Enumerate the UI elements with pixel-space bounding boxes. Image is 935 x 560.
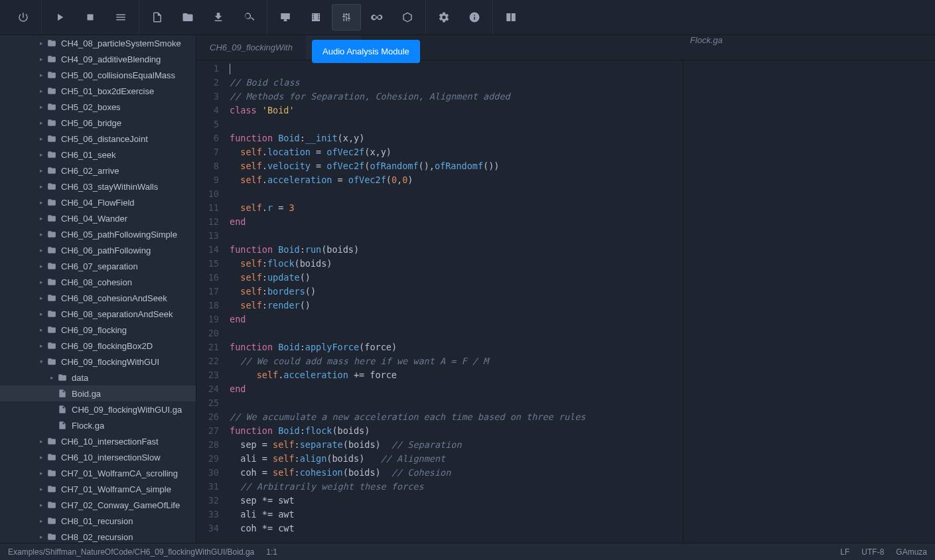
tree-item[interactable]: ▸CH6_08_separationAndSeek xyxy=(0,306,196,322)
folder-icon xyxy=(46,197,57,208)
chevron-icon: ▸ xyxy=(37,40,45,46)
tree-label: Boid.ga xyxy=(72,389,101,399)
folder-icon xyxy=(182,11,194,23)
folder-icon xyxy=(46,324,57,335)
folder-icon xyxy=(46,436,57,447)
status-bar: Examples/Shiffman_NatureOfCode/CH6_09_fl… xyxy=(0,543,935,560)
folder-icon xyxy=(46,86,57,96)
tree-item[interactable]: ▸CH5_06_bridge xyxy=(0,115,196,131)
power-button[interactable] xyxy=(9,4,38,31)
tree-label: CH6_09_flockingWithGUI xyxy=(61,357,159,367)
tree-item[interactable]: ▸CH6_07_separation xyxy=(0,258,196,274)
tree-item[interactable]: ▸data xyxy=(0,370,196,385)
tree-item[interactable]: CH6_09_flockingWithGUI.ga xyxy=(0,401,196,417)
cube-button[interactable] xyxy=(393,4,422,31)
download-icon xyxy=(212,11,224,23)
tree-item[interactable]: ▸CH7_01_WolframCA_simple xyxy=(0,481,196,497)
tree-label: CH5_02_boxes xyxy=(61,102,121,112)
tree-item[interactable]: ▸CH4_09_additiveBlending xyxy=(0,51,196,67)
open-folder-button[interactable] xyxy=(173,4,202,31)
tree-label: CH8_02_recursion xyxy=(61,532,133,542)
tree-item[interactable]: ▾CH6_09_flockingWithGUI xyxy=(0,354,196,370)
editor-area: CH6_09_flockingWith Boid.ga Flock.ga 123… xyxy=(196,35,935,543)
tree-item[interactable]: ▸CH5_06_distanceJoint xyxy=(0,131,196,147)
tree-label: CH6_07_separation xyxy=(61,261,138,271)
code-editor[interactable]: 1234567891011121314151617181920212223242… xyxy=(196,60,935,543)
tree-item[interactable]: Boid.ga xyxy=(0,385,196,401)
tree-item[interactable]: ▸CH6_09_flocking xyxy=(0,322,196,338)
film-icon xyxy=(310,11,322,23)
tree-item[interactable]: ▸CH6_09_flockingBox2D xyxy=(0,338,196,354)
tree-label: CH6_10_intersectionSlow xyxy=(61,453,161,462)
folder-icon xyxy=(46,356,57,367)
download-button[interactable] xyxy=(204,4,233,31)
tree-label: CH6_09_flocking xyxy=(61,325,127,335)
folder-icon xyxy=(46,38,57,48)
tree-item[interactable]: ▸CH8_01_recursion xyxy=(0,513,196,529)
tree-item[interactable]: ▸CH6_10_intersectionSlow xyxy=(0,449,196,465)
tree-item[interactable]: ▸CH7_01_WolframCA_scrolling xyxy=(0,465,196,481)
tree-item[interactable]: ▸CH5_02_boxes xyxy=(0,99,196,115)
tree-label: CH6_09_flockingBox2D xyxy=(61,341,153,351)
tree-item[interactable]: ▸CH6_03_stayWithinWalls xyxy=(0,178,196,194)
tree-item[interactable]: ▸CH6_04_FlowField xyxy=(0,194,196,210)
tree-item[interactable]: ▸CH6_08_cohesion xyxy=(0,274,196,290)
tree-item[interactable]: ▸CH8_02_recursion xyxy=(0,529,196,543)
tree-item[interactable]: ▸CH6_01_seek xyxy=(0,147,196,163)
status-path: Examples/Shiffman_NatureOfCode/CH6_09_fl… xyxy=(8,547,254,557)
tree-item[interactable]: ▸CH6_10_intersectionFast xyxy=(0,433,196,449)
menu-icon xyxy=(115,11,127,23)
info-button[interactable] xyxy=(460,4,489,31)
infinity-button[interactable] xyxy=(362,4,392,31)
folder-icon xyxy=(46,54,57,64)
tree-item[interactable]: ▸CH7_02_Conway_GameOfLife xyxy=(0,497,196,513)
stop-button[interactable] xyxy=(76,4,105,31)
chevron-icon: ▸ xyxy=(37,279,45,285)
cube-icon xyxy=(401,11,413,23)
new-file-button[interactable] xyxy=(143,4,172,31)
tree-item[interactable]: ▸CH6_06_pathFollowing xyxy=(0,242,196,258)
tree-item[interactable]: ▸CH5_00_collisionsEqualMass xyxy=(0,67,196,83)
tree-item[interactable]: ▸CH6_02_arrive xyxy=(0,163,196,178)
status-encoding[interactable]: UTF-8 xyxy=(861,547,884,557)
tree-item[interactable]: ▸CH5_01_box2dExercise xyxy=(0,83,196,99)
folder-icon xyxy=(46,70,57,80)
folder-icon xyxy=(46,500,57,510)
tree-label: data xyxy=(72,373,88,383)
tree-label: CH5_01_box2dExercise xyxy=(61,86,154,96)
tree-label: CH4_09_additiveBlending xyxy=(61,54,161,64)
chevron-icon: ▸ xyxy=(37,326,45,333)
audio-analysis-button[interactable] xyxy=(332,4,361,31)
file-tree[interactable]: ▸CH4_08_particleSystemSmoke▸CH4_09_addit… xyxy=(0,35,196,543)
status-eol[interactable]: LF xyxy=(840,547,849,557)
chevron-icon: ▸ xyxy=(37,56,45,62)
settings-button[interactable] xyxy=(429,4,459,31)
chevron-icon: ▸ xyxy=(37,72,45,78)
chevron-icon: ▸ xyxy=(37,533,45,540)
code[interactable]: // Boid class// Methods for Separation, … xyxy=(226,60,683,543)
tree-label: CH4_08_particleSystemSmoke xyxy=(61,38,181,48)
menu-button[interactable] xyxy=(106,4,135,31)
presentation-button[interactable] xyxy=(271,4,300,31)
folder-icon xyxy=(46,213,57,224)
tree-label: CH5_06_bridge xyxy=(61,118,121,128)
film-button[interactable] xyxy=(301,4,330,31)
tree-item[interactable]: ▸CH4_08_particleSystemSmoke xyxy=(0,35,196,51)
chevron-icon: ▸ xyxy=(37,104,45,110)
tab-flock[interactable]: Flock.ga xyxy=(677,35,736,45)
search-icon xyxy=(243,11,255,23)
tree-item[interactable]: ▸CH6_05_pathFollowingSimple xyxy=(0,226,196,242)
tree-label: CH6_03_stayWithinWalls xyxy=(61,182,158,192)
folder-icon xyxy=(46,133,57,144)
search-button[interactable] xyxy=(234,4,263,31)
tree-item[interactable]: ▸CH6_04_Wander xyxy=(0,210,196,226)
play-button[interactable] xyxy=(45,4,74,31)
tab-flocking[interactable]: CH6_09_flockingWith xyxy=(196,35,306,60)
chevron-icon: ▸ xyxy=(37,470,45,476)
book-button[interactable] xyxy=(496,4,526,31)
tree-item[interactable]: ▸CH6_08_cohesionAndSeek xyxy=(0,290,196,306)
tree-item[interactable]: Flock.ga xyxy=(0,417,196,433)
chevron-icon: ▸ xyxy=(37,119,45,126)
folder-icon xyxy=(46,181,57,192)
info-icon xyxy=(468,11,480,23)
